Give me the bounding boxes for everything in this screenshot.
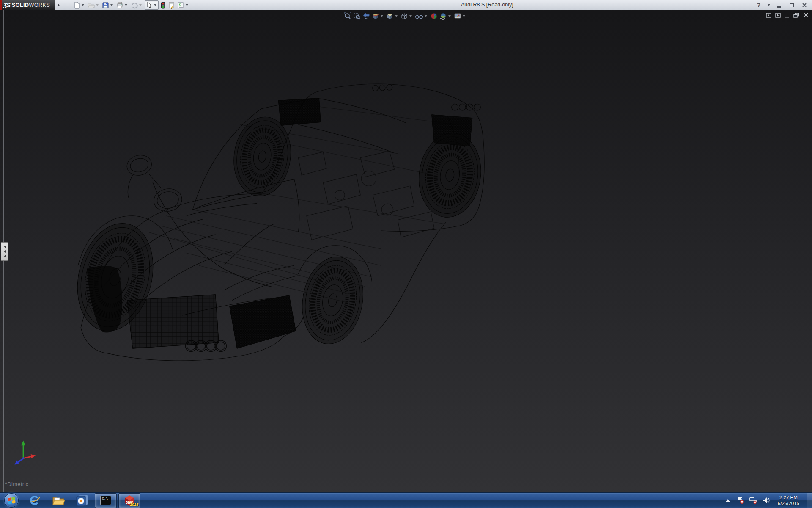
taskbar-items: C:\_ SW 2015 [24,493,140,508]
flag-blue [8,501,12,505]
zoom-to-area-icon [353,12,361,20]
open-button[interactable] [87,0,100,10]
file-properties-icon [168,2,175,9]
show-desktop-button[interactable] [807,493,812,508]
zoom-to-area-button[interactable] [353,11,361,21]
flag-red [8,497,11,501]
network-status-button[interactable] [749,495,757,505]
taskbar-clock[interactable]: 2:27 PM 6/26/2015 [774,494,803,506]
dropdown-caret-icon[interactable] [463,15,465,17]
dropdown-caret-icon[interactable] [82,4,84,6]
dropdown-caret-icon[interactable] [425,15,427,17]
media-player-icon [76,494,88,507]
graphics-viewport[interactable]: *Dimetric [0,10,812,492]
select-tool-button[interactable] [145,0,159,10]
clock-time: 2:27 PM [778,494,799,500]
clock-date: 6/26/2015 [778,500,799,506]
restore-icon [790,3,794,7]
display-style-button[interactable] [400,11,414,21]
dropdown-caret-icon[interactable] [395,15,398,17]
dropdown-caret-icon[interactable] [154,4,156,6]
collapsed-feature-pane-tab[interactable] [1,242,8,261]
system-tray: 2:27 PM 6/26/2015 [724,493,812,508]
volume-button[interactable] [762,495,770,505]
dropdown-caret-icon[interactable] [448,15,451,17]
close-icon [802,3,807,8]
solidworks-window: ƷS SOLIDWORKS [0,0,812,508]
network-disconnected-icon [749,496,757,505]
previous-view-button[interactable] [362,11,370,21]
zoom-to-fit-button[interactable] [343,11,352,21]
dropdown-caret-icon[interactable] [139,4,142,6]
flag-yellow [12,500,16,504]
title-bar: ƷS SOLIDWORKS [0,0,812,10]
open-folder-icon [88,2,95,9]
section-view-icon [372,12,379,20]
close-button[interactable] [799,1,809,9]
window-controls: ? [754,0,809,10]
view-orientation-button[interactable] [386,11,399,21]
command-prompt-button[interactable]: C:\_ [95,493,117,508]
appearance-ball-icon [430,12,438,20]
feature-pane-toggle-left-icon[interactable] [766,13,771,18]
left-arrow-icon [4,255,6,257]
rebuild-traffic-light-icon [160,2,166,9]
windows-taskbar: C:\_ SW 2015 [0,492,812,508]
windows-media-player-button[interactable] [71,493,93,508]
print-button[interactable] [116,0,129,10]
feature-pane-toggle-right-icon[interactable] [775,13,781,18]
dropdown-caret-icon[interactable] [186,4,188,6]
hide-show-items-button[interactable] [414,11,429,21]
doc-restore-icon[interactable] [793,13,799,18]
action-center-flag-icon [736,496,745,505]
dropdown-caret-icon[interactable] [96,4,99,6]
logo-text-works: WORKS [29,2,50,8]
minimize-button[interactable] [774,1,784,9]
help-dropdown-caret-icon[interactable] [768,4,770,6]
doc-close-icon[interactable] [803,12,809,18]
show-hidden-icons-button[interactable] [724,495,732,505]
right-arrow-icon [58,3,60,7]
edit-appearance-button[interactable] [430,11,438,21]
options-button[interactable] [177,0,190,10]
solidworks-2015-button[interactable]: SW 2015 [118,493,140,508]
section-view-button[interactable] [371,11,385,21]
new-document-button[interactable] [73,0,86,10]
undo-button[interactable] [130,0,143,10]
menu-flyout-arrow[interactable] [56,1,61,9]
command-prompt-icon: C:\_ [100,496,111,505]
view-settings-button[interactable] [453,11,467,21]
start-button[interactable] [4,493,19,508]
window-title: Audi R8 S [Read-only] [461,2,513,8]
folder-icon [52,495,65,506]
up-arrow-icon [726,499,730,502]
orientation-triad-icon [15,441,36,465]
dropdown-caret-icon[interactable] [381,15,383,17]
document-window-controls [766,12,809,18]
restore-button[interactable] [787,1,797,9]
save-button[interactable] [102,0,115,10]
quick-access-toolbar [73,0,190,10]
undo-arrow-icon [131,2,138,9]
logo-text-solid: SOLID [12,2,29,8]
dropdown-caret-icon[interactable] [409,15,412,17]
logo-red-stripe [0,0,2,10]
speaker-icon [762,496,770,505]
action-center-button[interactable] [736,495,745,505]
select-cursor-icon [145,2,153,9]
previous-view-icon [362,12,370,20]
doc-minimize-icon[interactable] [785,13,790,18]
help-button[interactable]: ? [754,1,764,9]
dropdown-caret-icon[interactable] [110,4,113,6]
save-floppy-icon [102,2,109,9]
solidworks-logo: ƷS SOLIDWORKS [0,0,55,10]
file-properties-button[interactable] [167,0,176,10]
internet-explorer-button[interactable] [24,493,46,508]
wireframe-car-model[interactable] [0,10,812,492]
internet-explorer-icon [28,494,41,507]
dropdown-caret-icon[interactable] [125,4,127,6]
view-orientation-cube-icon [386,12,394,20]
rebuild-button[interactable] [160,0,166,10]
windows-explorer-button[interactable] [47,493,69,508]
apply-scene-button[interactable] [439,11,453,21]
